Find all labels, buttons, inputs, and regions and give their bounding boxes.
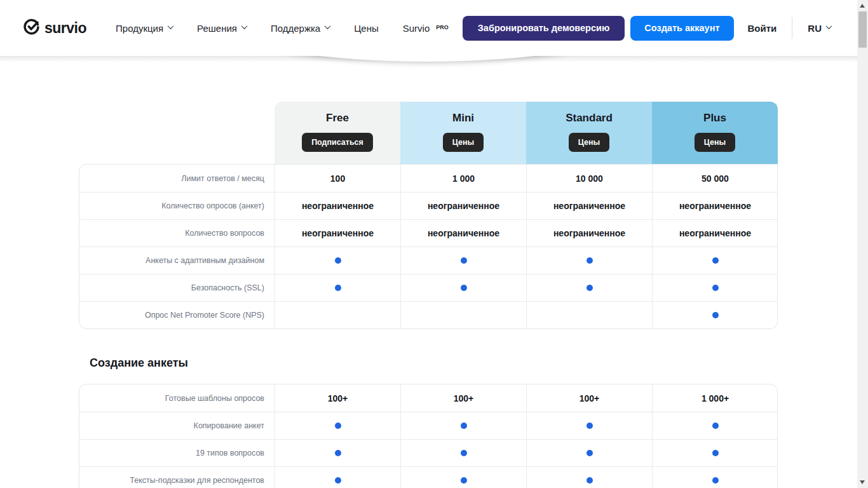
feature-value-cell [400,412,526,439]
table-row: 19 типов вопросов [79,439,777,466]
feature-value-cell: неограниченное [400,220,526,247]
feature-value-cell: 100+ [400,384,526,412]
feature-value-cell [526,302,652,329]
nav-item-label: Продукция [116,23,163,34]
feature-value-cell: неограниченное [400,193,526,219]
table-row: Опрос Net Promoter Score (NPS) [79,301,777,329]
feature-value: неограниченное [302,201,374,211]
plan-name: Standard [566,111,613,126]
feature-included-dot [461,423,467,429]
feature-value: неограниченное [428,228,499,238]
create-account-button[interactable]: Создать аккаунт [630,16,733,41]
feature-included-dot [335,257,341,264]
feature-value-cell: 10 000 [526,165,652,192]
scroll-up-arrow-icon[interactable] [860,4,865,8]
top-navigation: survio Продукция Решения Поддержка Цены … [0,0,868,56]
feature-value-cell [400,247,526,274]
feature-value: неограниченное [428,201,499,211]
feature-included-dot [461,285,467,291]
feature-included-dot [461,450,467,456]
language-selector[interactable]: RU [808,23,831,34]
feature-label: Безопасность (SSL) [79,274,275,301]
feature-value-cell [275,274,400,301]
table-row: Копирование анкет [79,412,777,439]
feature-label: Тексты-подсказки для респондентов [79,467,275,488]
feature-value-cell: 100+ [526,384,652,412]
subscribe-button[interactable]: Подписаться [302,133,373,152]
feature-value-cell: неограниченное [526,220,652,247]
feature-value-cell [526,467,652,488]
nav-menu: Продукция Решения Поддержка Цены Survio … [116,23,449,34]
nav-actions: Забронировать демоверсию Создать аккаунт… [463,16,849,41]
feature-included-dot [712,257,719,264]
scrollbar-thumb[interactable] [858,11,867,48]
feature-value-cell [652,274,778,301]
prices-button[interactable]: Цены [569,133,609,152]
feature-included-dot [712,423,719,429]
feature-value-cell [400,274,526,301]
language-label: RU [808,23,822,34]
plan-column-mini: Mini Цены [400,102,526,164]
feature-label: Опрос Net Promoter Score (NPS) [79,302,275,329]
survio-logo[interactable]: survio [23,18,86,38]
feature-value-cell [652,467,778,488]
feature-included-dot [712,312,719,318]
pro-badge: PRO [436,24,449,30]
logo-text: survio [44,20,86,37]
survio-logo-icon [23,18,40,38]
feature-included-dot [587,450,593,456]
feature-value-cell [275,440,400,466]
nav-item-pricing[interactable]: Цены [354,23,379,34]
nav-item-products[interactable]: Продукция [116,23,173,34]
chevron-down-icon [826,23,832,29]
feature-value: неограниченное [679,201,751,211]
feature-value-cell [526,274,652,301]
plan-column-standard: Standard Цены [526,102,652,164]
feature-value-cell: 1 000 [400,165,526,192]
vertical-scrollbar[interactable] [857,0,868,488]
page: survio Продукция Решения Поддержка Цены … [0,0,868,488]
feature-included-dot [461,477,467,484]
feature-value: неограниченное [679,228,751,238]
feature-value-cell [275,467,400,488]
feature-value-cell [652,440,778,466]
table-row: Анкеты с адаптивным дизайном [79,247,777,274]
nav-item-support[interactable]: Поддержка [271,23,330,34]
scroll-down-arrow-icon[interactable] [860,480,865,484]
book-demo-button[interactable]: Забронировать демоверсию [463,16,625,41]
nav-item-label: Поддержка [271,23,320,34]
chevron-down-icon [241,23,247,29]
feature-label: Готовые шаблоны опросов [79,384,275,412]
nav-item-label: Решения [197,23,237,34]
table-row: Лимит ответов / месяц1001 00010 00050 00… [79,165,777,192]
feature-value-cell [400,467,526,488]
feature-value-cell: 100 [275,165,400,192]
feature-included-dot [587,257,593,264]
login-link[interactable]: Войти [748,23,777,34]
feature-value: 1 000+ [702,393,729,403]
feature-value-cell: 50 000 [652,165,778,192]
feature-value: неограниченное [553,228,625,238]
features-table-survey-creation: Готовые шаблоны опросов100+100+100+1 000… [79,384,778,488]
feature-value: 1 000 [452,173,475,184]
nav-item-survio-pro[interactable]: Survio PRO [403,23,449,34]
feature-value-cell: неограниченное [275,220,400,247]
plan-name: Free [326,111,349,126]
plan-column-plus: Plus Цены [652,102,778,164]
feature-included-dot [461,257,467,264]
feature-included-dot [335,423,341,429]
feature-value-cell [275,412,400,439]
feature-value-cell [526,440,652,466]
feature-included-dot [712,477,719,484]
nav-divider [792,17,792,39]
feature-label: 19 типов вопросов [79,440,275,466]
prices-button[interactable]: Цены [695,133,735,152]
prices-button[interactable]: Цены [443,133,484,152]
feature-included-dot [712,285,719,291]
feature-label: Количество вопросов [79,220,275,247]
feature-value: неограниченное [553,201,625,211]
nav-item-solutions[interactable]: Решения [197,23,247,34]
plan-name: Plus [703,111,726,126]
feature-value-cell: неограниченное [652,220,778,247]
feature-value-cell: неограниченное [652,193,778,219]
